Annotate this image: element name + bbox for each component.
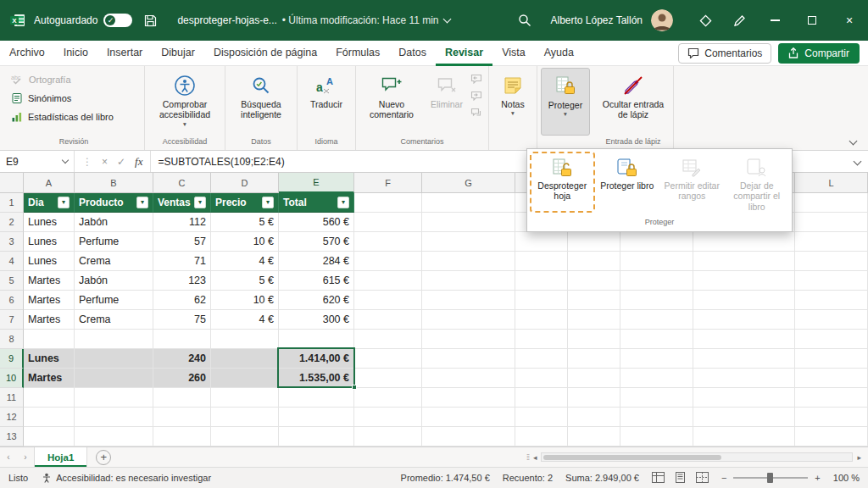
cell-E1[interactable]: Total▾ <box>279 193 354 213</box>
cell-E7[interactable]: 300 € <box>279 310 354 330</box>
cell-I5[interactable] <box>568 271 620 291</box>
cell-J6[interactable] <box>620 291 693 310</box>
cell-E9[interactable]: 1.414,00 € <box>279 349 354 369</box>
cell-E4[interactable]: 284 € <box>279 252 354 271</box>
flyout-item-proteger-libro[interactable]: Proteger libro <box>595 152 660 213</box>
hide-ink-button[interactable]: Ocultar entrada de lápiz <box>597 68 670 136</box>
cell-F10[interactable] <box>354 369 422 388</box>
cell-A5[interactable]: Martes <box>24 271 75 291</box>
cell-F13[interactable] <box>354 427 422 446</box>
cell-K12[interactable] <box>693 408 795 427</box>
cell-C6[interactable]: 62 <box>153 291 211 310</box>
row-header-2[interactable]: 2 <box>0 213 24 232</box>
cell-C4[interactable]: 71 <box>153 252 211 271</box>
ribbon-tab-revisar[interactable]: Revisar <box>436 41 492 66</box>
cell-E8[interactable] <box>279 330 354 349</box>
cell-G10[interactable] <box>422 369 515 388</box>
cell-F6[interactable] <box>354 291 422 310</box>
zoom-slider[interactable] <box>733 477 808 479</box>
cell-B9[interactable] <box>75 349 153 369</box>
cell-C3[interactable]: 57 <box>153 232 211 252</box>
cell-A13[interactable] <box>24 427 75 446</box>
cell-I3[interactable] <box>568 232 620 252</box>
scroll-right-icon[interactable]: ▸ <box>857 453 861 462</box>
cell-A9[interactable]: Lunes <box>24 349 75 369</box>
cell-H6[interactable] <box>515 291 568 310</box>
ribbon-tab-datos[interactable]: Datos <box>389 41 436 66</box>
cell-I9[interactable] <box>568 349 620 369</box>
cell-K6[interactable] <box>693 291 795 310</box>
cell-C10[interactable]: 260 <box>153 369 211 388</box>
cell-D9[interactable] <box>211 349 279 369</box>
cell-A1[interactable]: Dia▾ <box>24 193 75 213</box>
cancel-icon[interactable]: × <box>102 156 108 168</box>
cell-C12[interactable] <box>153 408 211 427</box>
column-header-F[interactable]: F <box>354 173 422 193</box>
cell-L11[interactable] <box>795 388 868 408</box>
cell-C11[interactable] <box>153 388 211 408</box>
cell-B10[interactable] <box>75 369 153 388</box>
cell-C7[interactable]: 75 <box>153 310 211 330</box>
row-header-3[interactable]: 3 <box>0 232 24 252</box>
cell-I10[interactable] <box>568 369 620 388</box>
cell-E10[interactable]: 1.535,00 € <box>279 369 354 388</box>
cell-C13[interactable] <box>153 427 211 446</box>
cell-A8[interactable] <box>24 330 75 349</box>
cell-L4[interactable] <box>795 252 868 271</box>
cell-G2[interactable] <box>422 213 515 232</box>
cell-F11[interactable] <box>354 388 422 408</box>
cell-A11[interactable] <box>24 388 75 408</box>
cell-G12[interactable] <box>422 408 515 427</box>
cell-C8[interactable] <box>153 330 211 349</box>
maximize-button[interactable] <box>793 0 831 41</box>
smart-lookup-button[interactable]: Búsqueda inteligente <box>229 68 293 136</box>
cell-I6[interactable] <box>568 291 620 310</box>
cell-K10[interactable] <box>693 369 795 388</box>
cell-E5[interactable]: 615 € <box>279 271 354 291</box>
cell-D2[interactable]: 5 € <box>211 213 279 232</box>
row-header-1[interactable]: 1 <box>0 193 24 213</box>
cell-L5[interactable] <box>795 271 868 291</box>
thesaurus-button[interactable]: Sinónimos <box>7 89 141 107</box>
column-header-L[interactable]: L <box>795 173 868 193</box>
splitter-handle[interactable]: ⁞⁞ <box>526 453 529 462</box>
cell-A10[interactable]: Martes <box>24 369 75 388</box>
save-icon[interactable] <box>144 14 157 27</box>
protect-button[interactable]: Proteger ▾ <box>541 68 590 136</box>
cell-G9[interactable] <box>422 349 515 369</box>
page-break-view-icon[interactable] <box>696 472 709 485</box>
cell-A3[interactable]: Lunes <box>24 232 75 252</box>
ribbon-tab-ayuda[interactable]: Ayuda <box>535 41 583 66</box>
cell-J10[interactable] <box>620 369 693 388</box>
ribbon-tab-disposición-de-página[interactable]: Disposición de página <box>204 41 326 66</box>
cell-B5[interactable]: Jabón <box>75 271 153 291</box>
cell-I12[interactable] <box>568 408 620 427</box>
column-header-G[interactable]: G <box>422 173 515 193</box>
cell-D7[interactable]: 4 € <box>211 310 279 330</box>
sheet-nav-left-icon[interactable]: ‹ <box>0 452 17 462</box>
cell-K3[interactable] <box>693 232 795 252</box>
collapse-ribbon-icon[interactable] <box>850 135 856 147</box>
sheet-tab-hoja1[interactable]: Hoja1 <box>34 447 87 467</box>
cell-D6[interactable]: 10 € <box>211 291 279 310</box>
scrollbar-thumb[interactable] <box>543 455 721 460</box>
cell-H12[interactable] <box>515 408 568 427</box>
cell-E11[interactable] <box>279 388 354 408</box>
comments-button[interactable]: Comentarios <box>678 43 771 64</box>
cell-G6[interactable] <box>422 291 515 310</box>
insert-function-icon[interactable]: fx <box>135 155 142 169</box>
cell-H8[interactable] <box>515 330 568 349</box>
cell-A2[interactable]: Lunes <box>24 213 75 232</box>
cell-G11[interactable] <box>422 388 515 408</box>
cell-G4[interactable] <box>422 252 515 271</box>
name-box[interactable]: E9 <box>0 151 75 172</box>
cell-F1[interactable] <box>354 193 422 213</box>
cell-F12[interactable] <box>354 408 422 427</box>
diamond-icon[interactable] <box>688 0 722 41</box>
cell-E13[interactable] <box>279 427 354 446</box>
cell-J7[interactable] <box>620 310 693 330</box>
cell-D4[interactable]: 4 € <box>211 252 279 271</box>
cell-A12[interactable] <box>24 408 75 427</box>
cell-L10[interactable] <box>795 369 868 388</box>
page-layout-view-icon[interactable] <box>674 472 687 485</box>
